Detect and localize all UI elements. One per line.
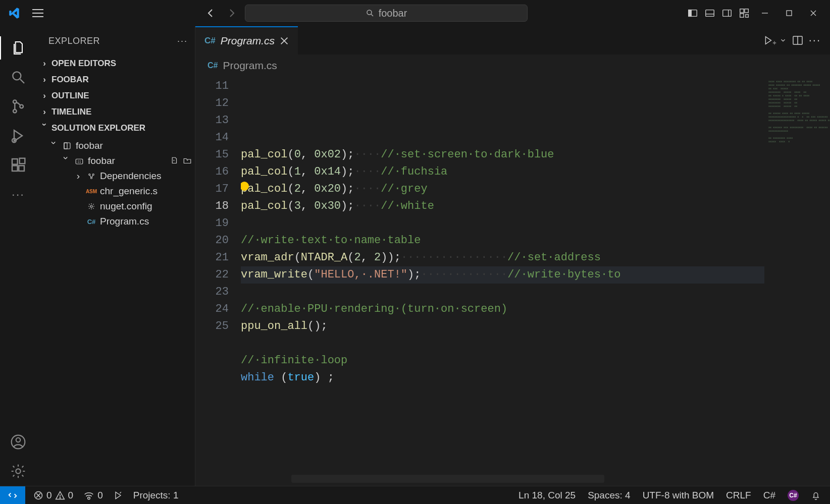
config-file-icon [86,201,97,212]
layout-panel-icon[interactable] [703,6,717,20]
section-workspace[interactable]: ›FOOBAR [36,72,195,88]
vscode-logo-icon [7,6,21,20]
svg-point-44 [88,497,90,499]
search-text: foobar [379,8,407,19]
activity-settings[interactable] [0,457,36,486]
section-outline[interactable]: ›OUTLINE [36,88,195,104]
status-encoding[interactable]: UTF-8 with BOM [643,490,714,501]
window-maximize-button[interactable] [779,6,800,20]
tab-bar: C# Program.cs ··· [195,26,830,54]
status-language[interactable]: C# [763,490,775,501]
breadcrumb-file: Program.cs [223,60,277,72]
status-eol[interactable]: CRLF [726,490,751,501]
svg-rect-7 [740,9,744,13]
activity-source-control[interactable] [0,92,36,121]
svg-point-43 [60,497,60,498]
status-problems[interactable]: 0 0 [33,490,73,501]
status-csharp-badge[interactable]: C# [788,490,799,501]
line-number-gutter: 111213141516171819202122232425 [195,77,241,486]
svg-rect-21 [12,165,18,171]
section-timeline[interactable]: ›TIMELINE [36,104,195,120]
svg-rect-29 [76,159,83,164]
svg-point-36 [773,42,775,44]
layout-customize-icon[interactable] [737,6,751,20]
dependencies-icon [86,171,97,182]
command-center-search[interactable]: foobar [245,5,528,22]
menu-icon[interactable] [31,7,44,20]
window-minimize-button[interactable] [754,6,775,20]
svg-point-16 [13,100,17,103]
run-debug-button[interactable] [762,35,787,46]
activity-extensions[interactable] [0,150,36,180]
asm-file-icon: ASM [86,186,97,197]
activity-explorer[interactable] [0,33,36,63]
svg-point-30 [89,174,90,176]
dependencies-node[interactable]: › Dependencies [42,169,195,184]
solution-root[interactable]: › foobar [42,138,195,153]
svg-rect-12 [787,11,792,16]
section-open-editors[interactable]: ›OPEN EDITORS [36,55,195,72]
activity-debug[interactable] [0,121,36,150]
editor-area: C# Program.cs ··· C# Program.cs 1112 [195,26,830,486]
breadcrumb[interactable]: C# Program.cs [195,54,830,77]
file-nuget-config[interactable]: › nuget.config [42,199,195,214]
file-program-cs[interactable]: › C# Program.cs [42,214,195,229]
editor-more-icon[interactable]: ··· [809,34,821,47]
csproj-icon [74,155,85,166]
dependencies-label: Dependencies [100,171,161,182]
split-editor-icon[interactable] [792,34,804,46]
sidebar: EXPLORER ··· ›OPEN EDITORS ›FOOBAR ›OUTL… [36,26,195,486]
tab-close-icon[interactable] [280,36,289,45]
activity-more[interactable]: ··· [0,180,36,209]
tab-label: Program.cs [221,35,275,47]
new-file-icon[interactable] [170,156,179,165]
sidebar-more-icon[interactable]: ··· [177,36,188,46]
horizontal-scrollbar[interactable] [291,475,604,483]
nav-back-button[interactable] [202,5,219,21]
solution-root-label: foobar [76,140,103,151]
status-projects[interactable]: Projects: 1 [133,490,179,501]
status-ports[interactable]: 0 [83,490,103,501]
svg-rect-20 [12,159,18,164]
project-node[interactable]: › foobar [42,153,195,169]
project-label: foobar [88,155,115,166]
file-nuget-label: nuget.config [100,201,152,212]
csharp-file-icon: C# [204,36,216,46]
new-folder-icon[interactable] [183,156,192,165]
file-program-label: Program.cs [100,216,149,227]
activity-bar: ··· [0,26,36,486]
status-notifications-icon[interactable] [811,490,821,500]
csharp-file-icon: C# [86,216,97,227]
svg-rect-28 [64,143,67,149]
svg-point-26 [16,469,20,473]
svg-rect-3 [706,10,714,17]
status-bar: 0 0 0 Projects: 1 Ln 18, Col 25 Spaces: … [0,486,830,504]
file-chr-label: chr_generic.s [100,186,158,197]
svg-point-31 [92,174,94,176]
status-cursor-position[interactable]: Ln 18, Col 25 [518,490,576,501]
activity-account[interactable] [0,427,36,457]
section-solution-explorer[interactable]: › SOLUTION EXPLORER [36,120,195,136]
window-close-button[interactable] [803,6,824,20]
solution-icon [62,140,73,151]
layout-sidebar-left-icon[interactable] [686,6,700,20]
svg-rect-2 [689,10,692,17]
tab-program-cs[interactable]: C# Program.cs [195,26,298,54]
minimap[interactable]: xxxx xxxx xxxxxxxx xx xx xxxx xxxx xxxxx… [764,77,830,486]
nav-forward-button[interactable] [224,5,240,21]
svg-point-0 [367,10,372,15]
svg-rect-22 [19,165,24,171]
code-editor[interactable]: 111213141516171819202122232425 pal_col(0… [195,77,830,486]
status-debug-target[interactable] [113,490,123,500]
svg-rect-5 [723,10,732,17]
remote-indicator[interactable] [0,486,25,504]
svg-point-18 [20,105,23,108]
activity-search[interactable] [0,63,36,92]
svg-rect-23 [20,158,25,164]
status-indentation[interactable]: Spaces: 4 [588,490,631,501]
csharp-file-icon: C# [208,61,218,70]
code-content[interactable]: pal_col(0, 0x02);····//·set·screen·to·da… [241,77,764,486]
file-chr-generic[interactable]: › ASM chr_generic.s [42,184,195,199]
solution-tree: › foobar › foobar › Dependencies › [36,136,195,231]
layout-sidebar-right-icon[interactable] [720,6,734,20]
